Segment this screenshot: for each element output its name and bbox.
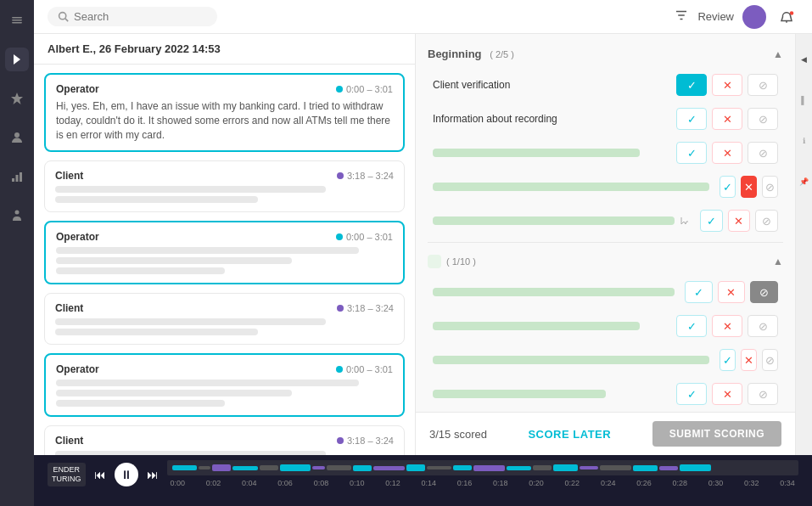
placeholder-line — [56, 247, 359, 254]
sidebar-icon-active[interactable] — [5, 48, 29, 71]
check-button-4[interactable]: ✓ — [700, 210, 723, 232]
neutral-button-m0[interactable]: ⊘ — [750, 281, 778, 303]
filter-icon[interactable] — [674, 8, 689, 25]
time-label-10: 0:20 — [529, 479, 544, 487]
placeholder-line — [56, 380, 359, 386]
time-label-3: 0:06 — [277, 479, 293, 487]
svg-rect-0 — [12, 22, 22, 24]
check-button-m0[interactable]: ✓ — [685, 281, 713, 303]
cross-button-m1[interactable]: ✕ — [712, 315, 742, 337]
right-tab-4[interactable]: 📌 — [798, 165, 811, 199]
svg-line-11 — [65, 19, 68, 21]
check-button-m2[interactable]: ✓ — [720, 349, 736, 371]
sidebar-icon-home[interactable] — [5, 8, 29, 32]
cross-button-m3[interactable]: ✕ — [712, 383, 742, 405]
search-input[interactable] — [74, 10, 193, 23]
message-lines-o2 — [56, 247, 393, 274]
player-bar: ENDER TURING ⏮ ⏸ ⏭ — [34, 455, 812, 506]
neutral-button-2[interactable]: ⊘ — [748, 142, 778, 164]
cross-button-1[interactable]: ✕ — [712, 108, 742, 130]
avatar — [742, 5, 766, 29]
time-dot-o3 — [336, 366, 343, 373]
check-button-1[interactable]: ✓ — [676, 108, 707, 130]
check-button-2[interactable]: ✓ — [676, 142, 707, 164]
time-label-9: 0:18 — [493, 479, 508, 487]
svg-point-9 — [15, 211, 20, 215]
sidebar-icon-chart[interactable] — [5, 165, 29, 188]
message-role-c1: Client — [55, 170, 83, 182]
cross-button-0[interactable]: ✕ — [712, 74, 742, 96]
time-label-12: 0:24 — [601, 479, 616, 487]
time-labels: 0:00 0:02 0:04 0:06 0:08 0:10 0:12 0:14 … — [167, 477, 799, 489]
neutral-button-m1[interactable]: ⊘ — [748, 315, 778, 337]
scored-count: 3/15 scored — [429, 428, 487, 441]
message-time-c2: 3:18 – 3:24 — [337, 303, 394, 313]
neutral-button-m3[interactable]: ⊘ — [748, 383, 778, 405]
criteria-label-green-3 — [433, 183, 709, 191]
sidebar-icon-person[interactable] — [5, 204, 29, 228]
neutral-button-m2[interactable]: ⊘ — [762, 349, 778, 371]
message-card-operator-1: Operator 0:00 – 3:01 Hi, yes. Eh, em, I … — [44, 73, 405, 152]
time-label-4: 0:08 — [314, 479, 329, 487]
message-card-client-3: Client 3:18 – 3:24 — [44, 425, 405, 455]
time-dot-c1 — [337, 172, 344, 179]
neutral-button-4[interactable]: ⊘ — [755, 210, 778, 232]
right-tabs: ◀ ▌ ℹ 📌 — [795, 34, 812, 455]
message-role-c2: Client — [55, 302, 83, 314]
check-button-m1[interactable]: ✓ — [676, 315, 707, 337]
cross-button-3[interactable]: ✕ — [741, 176, 757, 198]
criteria-label-green-m0 — [433, 288, 675, 296]
message-time-o2: 0:00 – 3:01 — [336, 232, 393, 242]
check-button-m3[interactable]: ✓ — [676, 383, 707, 405]
skip-forward-button[interactable]: ⏭ — [147, 468, 159, 481]
criteria-label-green-4 — [433, 216, 675, 225]
skip-back-button[interactable]: ⏮ — [94, 468, 106, 481]
section-middle-collapse[interactable]: ▲ — [773, 256, 783, 267]
cross-button-m0[interactable]: ✕ — [718, 281, 746, 303]
check-button-3[interactable]: ✓ — [720, 176, 736, 198]
sidebar-icon-users[interactable] — [5, 126, 29, 149]
message-header-o2: Operator 0:00 – 3:01 — [56, 231, 393, 243]
neutral-button-3[interactable]: ⊘ — [762, 176, 778, 198]
search-box[interactable] — [48, 7, 217, 26]
topbar: Review — [34, 0, 812, 34]
message-lines-c2 — [55, 318, 394, 335]
time-label-7: 0:14 — [421, 479, 436, 487]
criteria-row-3: ✓ ✕ ⊘ — [428, 172, 783, 201]
message-card-operator-3: Operator 0:00 – 3:01 — [44, 353, 405, 417]
section-middle-header: ( 1/10 ) ▲ — [428, 250, 783, 273]
right-tab-3[interactable]: ℹ — [798, 124, 811, 158]
score-later-button[interactable]: SCORE LATER — [496, 428, 644, 441]
waveform-bar[interactable] — [167, 460, 799, 475]
criteria-row-4: ✓ ✕ ⊘ — [428, 206, 783, 235]
submit-scoring-button[interactable]: SUBMIT SCORING — [652, 421, 781, 447]
right-tab-2[interactable]: ▌ — [798, 83, 811, 117]
play-pause-button[interactable]: ⏸ — [115, 463, 138, 486]
criteria-label-client-verification: Client verification — [433, 79, 671, 91]
cross-button-m2[interactable]: ✕ — [741, 349, 757, 371]
message-role-1: Operator — [56, 83, 99, 95]
right-tab-1[interactable]: ◀ — [798, 42, 811, 76]
review-button[interactable]: Review — [697, 10, 734, 23]
time-label-15: 0:30 — [708, 479, 724, 487]
call-info: Albert E., 26 February 2022 14:53 — [48, 42, 401, 55]
cross-button-2[interactable]: ✕ — [712, 142, 742, 164]
svg-rect-8 — [20, 172, 22, 182]
sidebar-icon-star[interactable] — [5, 87, 29, 110]
section-beginning-collapse[interactable]: ▲ — [773, 48, 783, 60]
neutral-button-1[interactable]: ⊘ — [748, 108, 778, 130]
notification-icon[interactable] — [775, 5, 798, 29]
cross-button-4[interactable]: ✕ — [728, 210, 751, 232]
criteria-row-m0: ✓ ✕ ⊘ — [428, 278, 783, 306]
check-button-0[interactable]: ✓ — [676, 74, 707, 96]
time-label-16: 0:32 — [744, 479, 759, 487]
criteria-row-client-verification: Client verification ✓ ✕ ⊘ — [428, 70, 783, 99]
cursor-icon — [680, 216, 690, 226]
time-label-13: 0:26 — [636, 479, 652, 487]
section-divider-1 — [428, 242, 783, 243]
transcript-body: Operator 0:00 – 3:01 Hi, yes. Eh, em, I … — [34, 65, 415, 455]
placeholder-line — [55, 318, 326, 325]
criteria-row-m3: ✓ ✕ ⊘ — [428, 380, 783, 408]
neutral-button-0[interactable]: ⊘ — [748, 74, 778, 96]
criteria-row-2: ✓ ✕ ⊘ — [428, 138, 783, 167]
